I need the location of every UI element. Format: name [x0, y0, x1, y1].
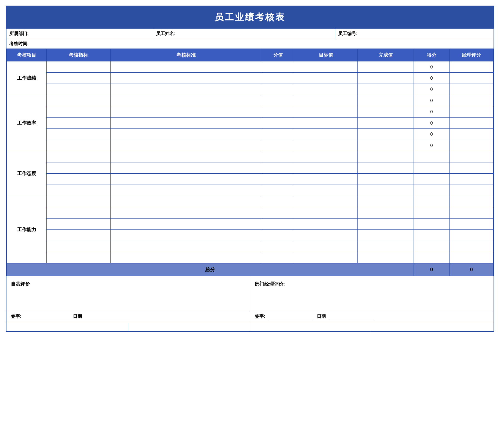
mgr-score-cell: [449, 129, 493, 140]
mgr-score-cell: [449, 106, 493, 118]
score-cell: [262, 207, 294, 219]
score-cell: [262, 95, 294, 106]
score-cell: [262, 61, 294, 73]
indicator-cell: [47, 95, 111, 106]
score-cell: [262, 140, 294, 151]
target-cell: [294, 140, 358, 151]
actual-cell: [358, 185, 414, 196]
score-cell: [262, 151, 294, 162]
standard-cell: [110, 61, 262, 73]
得分-cell: [414, 252, 449, 263]
sign1-label: 签字:: [11, 314, 21, 320]
total-label: 总分: [7, 263, 414, 276]
bottom-right: [250, 323, 372, 331]
standard-cell: [110, 84, 262, 95]
target-cell: [294, 241, 358, 252]
actual-cell: [358, 140, 414, 151]
mgr-score-cell: [449, 185, 493, 196]
standard-cell: [110, 73, 262, 84]
target-cell: [294, 61, 358, 73]
category-work-efficiency: 工作效率: [7, 95, 47, 151]
indicator-cell: [47, 185, 111, 196]
standard-cell: [110, 252, 262, 263]
target-cell: [294, 162, 358, 174]
score-cell: [262, 162, 294, 174]
actual-cell: [358, 106, 414, 118]
得分-cell: 0: [414, 129, 449, 140]
mgr-score-cell: [449, 84, 493, 95]
得分-cell: [414, 162, 449, 174]
mgr-score-cell: [449, 207, 493, 219]
standard-cell: [110, 230, 262, 241]
standard-cell: [110, 241, 262, 252]
date1-line: [85, 314, 130, 319]
target-cell: [294, 219, 358, 230]
header-得分: 得分: [414, 49, 449, 61]
indicator-cell: [47, 219, 111, 230]
standard-cell: [110, 129, 262, 140]
actual-cell: [358, 252, 414, 263]
header-standard: 考核标准: [110, 49, 262, 61]
standard-cell: [110, 162, 262, 174]
target-cell: [294, 252, 358, 263]
indicator-cell: [47, 174, 111, 185]
score-cell: [262, 230, 294, 241]
page-title: 员工业绩考核表: [6, 6, 494, 29]
standard-cell: [110, 219, 262, 230]
score-cell: [262, 118, 294, 129]
score-cell: [262, 252, 294, 263]
target-cell: [294, 129, 358, 140]
actual-cell: [358, 219, 414, 230]
target-cell: [294, 207, 358, 219]
indicator-cell: [47, 162, 111, 174]
mgr-score-cell: [449, 61, 493, 73]
indicator-cell: [47, 230, 111, 241]
得分-cell: 0: [414, 84, 449, 95]
actual-cell: [358, 151, 414, 162]
mgr-evaluation: 部门经理评价:: [250, 276, 494, 310]
得分-cell: [414, 230, 449, 241]
mgr-score-cell: [449, 95, 493, 106]
actual-cell: [358, 73, 414, 84]
actual-cell: [358, 61, 414, 73]
date1-label: 日期: [73, 314, 82, 320]
得分-cell: 0: [414, 118, 449, 129]
review-time-label: 考核时间:: [9, 41, 29, 47]
header-score: 分值: [262, 49, 294, 61]
target-cell: [294, 151, 358, 162]
standard-cell: [110, 106, 262, 118]
standard-cell: [110, 185, 262, 196]
indicator-cell: [47, 207, 111, 219]
standard-cell: [110, 174, 262, 185]
standard-cell: [110, 140, 262, 151]
actual-cell: [358, 95, 414, 106]
actual-cell: [358, 118, 414, 129]
得分-cell: 0: [414, 140, 449, 151]
得分-cell: 0: [414, 106, 449, 118]
mgr-score-cell: [449, 241, 493, 252]
得分-cell: [414, 196, 449, 207]
score-cell: [262, 129, 294, 140]
mgr-score-cell: [449, 118, 493, 129]
actual-cell: [358, 129, 414, 140]
standard-cell: [110, 151, 262, 162]
indicator-cell: [47, 118, 111, 129]
得分-cell: [414, 174, 449, 185]
sign2-label: 签字:: [255, 314, 265, 320]
bottom-mid: [128, 323, 250, 331]
standard-cell: [110, 118, 262, 129]
header-mgr-score: 经理评分: [449, 49, 493, 61]
indicator-cell: [47, 196, 111, 207]
total-score: 0: [414, 263, 449, 276]
target-cell: [294, 106, 358, 118]
score-cell: [262, 185, 294, 196]
mgr-score-cell: [449, 252, 493, 263]
indicator-cell: [47, 140, 111, 151]
score-cell: [262, 174, 294, 185]
category-work-attitude: 工作态度: [7, 151, 47, 196]
target-cell: [294, 73, 358, 84]
得分-cell: [414, 185, 449, 196]
actual-cell: [358, 196, 414, 207]
score-cell: [262, 73, 294, 84]
actual-cell: [358, 162, 414, 174]
